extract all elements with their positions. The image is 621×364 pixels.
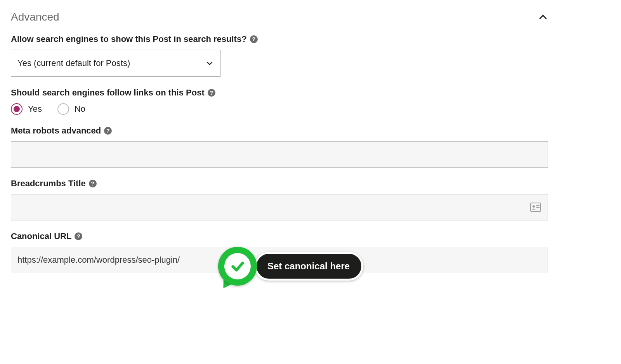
panel-header: Advanced (11, 11, 548, 23)
help-icon[interactable]: ? (104, 127, 112, 135)
meta-robots-label-row: Meta robots advanced ? (11, 126, 548, 136)
canonical-label-row: Canonical URL ? (11, 231, 548, 241)
canonical-section: Canonical URL ? (11, 231, 548, 273)
follow-links-section: Should search engines follow links on th… (11, 88, 548, 115)
advanced-panel: Advanced Allow search engines to show th… (0, 0, 559, 289)
follow-links-label-row: Should search engines follow links on th… (11, 88, 548, 98)
breadcrumbs-input-wrap (11, 194, 548, 220)
meta-robots-input-wrap (11, 141, 548, 168)
follow-links-radio-yes[interactable]: Yes (11, 103, 42, 115)
help-icon[interactable]: ? (250, 35, 258, 43)
radio-indicator (57, 103, 69, 115)
svg-rect-2 (536, 205, 539, 206)
svg-rect-3 (536, 207, 539, 208)
breadcrumbs-section: Breadcrumbs Title ? (11, 179, 548, 220)
breadcrumbs-input[interactable] (11, 194, 548, 220)
follow-links-radio-no[interactable]: No (57, 103, 85, 115)
search-results-label-row: Allow search engines to show this Post i… (11, 34, 548, 44)
svg-point-1 (533, 205, 535, 208)
breadcrumbs-label: Breadcrumbs Title (11, 179, 86, 189)
breadcrumbs-label-row: Breadcrumbs Title ? (11, 179, 548, 189)
meta-robots-section: Meta robots advanced ? (11, 126, 548, 168)
id-card-icon (530, 203, 541, 212)
follow-links-label: Should search engines follow links on th… (11, 88, 205, 98)
meta-robots-input[interactable] (11, 141, 548, 168)
search-results-label: Allow search engines to show this Post i… (11, 34, 247, 44)
search-results-section: Allow search engines to show this Post i… (11, 34, 548, 77)
search-results-select-wrap (11, 50, 220, 77)
meta-robots-label: Meta robots advanced (11, 126, 101, 136)
help-icon[interactable]: ? (75, 232, 82, 240)
radio-dot (14, 106, 20, 112)
radio-label-no: No (75, 104, 85, 114)
radio-label-yes: Yes (28, 104, 42, 114)
panel-title: Advanced (11, 11, 59, 23)
canonical-input-wrap (11, 247, 548, 273)
help-icon[interactable]: ? (89, 180, 97, 187)
search-results-select[interactable] (11, 50, 220, 77)
radio-indicator (11, 103, 23, 115)
collapse-icon[interactable] (538, 12, 548, 22)
follow-links-radio-group: Yes No (11, 103, 548, 115)
canonical-label: Canonical URL (11, 231, 71, 241)
help-icon[interactable]: ? (208, 89, 215, 97)
canonical-input[interactable] (11, 247, 548, 273)
